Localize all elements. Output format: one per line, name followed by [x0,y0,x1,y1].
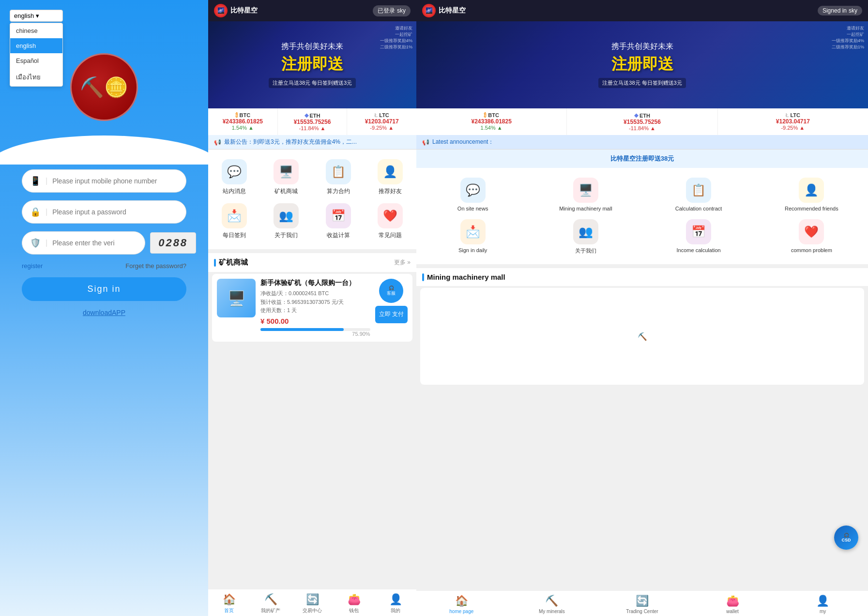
right-menu-5[interactable]: 👥 关于我们 [529,215,642,258]
middle-nav-my[interactable]: 👤 我的 [375,593,416,614]
language-menu: chinese english Español เมืองไทย [10,23,63,87]
pipe-divider: | [46,177,47,185]
right-menu-2[interactable]: 📋 Calculation contract [642,174,755,215]
language-dropdown-container: english ▾ chinese english Español เมืองไ… [10,10,63,87]
right-menu-label-0: On site news [457,206,488,211]
captcha-input-wrapper: 🛡️ | [22,231,145,255]
language-select[interactable]: english ▾ [10,10,63,22]
password-input[interactable] [52,208,178,216]
ltc-icon: Ł [375,112,378,118]
right-menu-1[interactable]: 🖥️ Mining machinery mall [529,174,642,215]
middle-nav-home[interactable]: 🏠 首页 [208,593,250,614]
middle-menu-3[interactable]: 👤 推荐好友 [365,155,417,199]
menu-label-7: 常见问题 [379,231,402,240]
middle-menu-5[interactable]: 👥 关于我们 [260,199,313,243]
download-app-link[interactable]: downloadAPP [22,309,186,316]
middle-btc-change: 1.54% ▲ [211,125,274,131]
captcha-input[interactable] [52,239,137,247]
middle-btc-name: ₿ BTC [211,112,274,118]
language-option-thai[interactable]: เมืองไทย [10,68,62,86]
middle-more-link[interactable]: 更多 » [394,258,411,267]
lock-icon: 🔒 [30,207,41,217]
menu-label-6: 收益计算 [327,231,350,240]
miner-progress-label: 75.90% [260,331,370,337]
forgot-password-link[interactable]: Forget the password? [125,262,186,270]
right-ltc-icon: Ł [786,112,789,118]
right-menu-3[interactable]: 👤 Recommended friends [755,174,868,215]
middle-menu-1[interactable]: 🖥️ 矿机商城 [260,155,313,199]
language-option-spanish[interactable]: Español [10,53,62,68]
csd-label: CSD [841,538,851,542]
right-nav-minerals[interactable]: ⛏️ My minerals [507,595,597,614]
headset-icon-right: 🎧 [844,533,849,538]
right-phone-app: 🌌 比特星空 Signed in sky 携手共创美好未来 注册即送 注册立马送… [416,0,868,616]
middle-logo-text: 比特星空 [230,6,258,15]
middle-banner: 携手共创美好未来 注册即送 注册立马送38元 每日签到赠送3元 邀请好友 一起挖… [208,21,416,108]
chevron-down-icon: ▾ [36,12,39,19]
register-link[interactable]: register [22,262,43,270]
right-banner-line1: 携手共创美好未来 [611,42,673,52]
right-menu-4[interactable]: 📩 Sign in daily [416,215,529,258]
right-logo-text: 比特星空 [439,6,466,15]
middle-ltc-price: ¥1203.04717 [350,118,413,125]
right-scroll-content[interactable]: 💬 On site news 🖥️ Mining machinery mall … [416,168,868,564]
middle-app-status: 已登录 sky [373,5,411,16]
right-nav-wallet-label: wallet [726,609,739,614]
right-nav-wallet[interactable]: 👛 wallet [687,595,778,614]
phone-input-wrapper: 📱 | [22,169,186,193]
middle-menu-2[interactable]: 📋 算力合约 [312,155,365,199]
middle-menu-4[interactable]: 📩 每日签到 [208,199,260,243]
right-eth-price: ¥15535.75256 [570,119,714,125]
banner-note: 邀请好友 一起挖矿 一级推荐奖励4% 二级推荐奖励1% [380,25,412,50]
menu-label-2: 算力合约 [327,187,350,195]
right-banner: 携手共创美好未来 注册即送 注册立马送38元 每日签到赠送3元 邀请好友 一起挖… [416,21,868,108]
miner-actions: 🎧 客服 立即 支付 [375,279,408,323]
right-menu-icon-5: 👥 [573,219,598,244]
menu-label-5: 关于我们 [274,231,298,240]
middle-nav-wallet[interactable]: 👛 钱包 [333,593,375,614]
middle-nav-minerals[interactable]: ⛏️ 我的矿产 [250,593,291,614]
middle-menu-6[interactable]: 📅 收益计算 [312,199,365,243]
miner-expected: 预计收益：5.9653913073075 元/天 [260,298,370,307]
pipe-divider2: | [46,208,47,216]
right-menu-7[interactable]: ❤️ common problem [755,215,868,258]
nav-wallet-label: 钱包 [349,607,359,614]
miner-name: 新手体验矿机（每人限购一台） [260,279,370,287]
right-nav-trading[interactable]: 🔄 Trading Center [597,595,687,614]
middle-nav-trading[interactable]: 🔄 交易中心 [291,593,333,614]
right-wallet-icon: 👛 [726,595,739,607]
middle-menu-0[interactable]: 💬 站内消息 [208,155,260,199]
phone-input[interactable] [52,177,178,185]
home-icon: 🏠 [223,593,236,606]
right-menu-label-3: Recommended friends [785,206,838,211]
captcha-image[interactable]: 0288 [150,232,196,254]
announcement-icon: 📢 [214,139,221,146]
right-nav-minerals-label: My minerals [539,609,565,614]
miner-info: 新手体验矿机（每人限购一台） 净收益/天：0.00002451 BTC 预计收益… [260,279,370,337]
right-announcement-sub: 比特星空注册即送38元 [416,150,868,168]
buy-now-button[interactable]: 立即 支付 [375,306,408,323]
right-btc-item: ₿ BTC ¥243386.01825 1.54% ▲ [416,108,567,135]
menu-icon-2: 📋 [326,159,351,184]
right-menu-6[interactable]: 📅 Income calculation [642,215,755,258]
menu-label-4: 每日签到 [223,231,246,240]
csd-float-button[interactable]: 🎧 CSD [834,526,858,550]
menu-icon-1: 🖥️ [274,159,299,184]
language-option-chinese[interactable]: chinese [10,23,62,38]
right-section-header: Mining machinery mall [416,268,868,286]
middle-scroll-content[interactable]: 💬 站内消息 🖥️ 矿机商城 📋 算力合约 👤 推荐好友 📩 每日 [208,150,416,589]
right-nav-my[interactable]: 👤 my [777,595,868,614]
left-login-panel: english ▾ chinese english Español เมืองไ… [0,0,208,616]
menu-label-0: 站内消息 [223,187,246,195]
middle-app-logo: 🌌 比特星空 [214,4,258,17]
right-menu-0[interactable]: 💬 On site news [416,174,529,215]
nav-trading-label: 交易中心 [303,607,322,614]
menu-label-1: 矿机商城 [274,187,298,195]
middle-section-header: 矿机商城 更多 » [208,253,416,272]
language-option-english[interactable]: english [10,38,62,53]
nav-home-label: 首页 [224,607,234,614]
customer-service-button[interactable]: 🎧 客服 [379,279,403,303]
right-nav-home[interactable]: 🏠 home page [416,595,507,614]
sign-in-button[interactable]: Sign in [22,277,186,301]
middle-menu-7[interactable]: ❤️ 常见问题 [365,199,417,243]
